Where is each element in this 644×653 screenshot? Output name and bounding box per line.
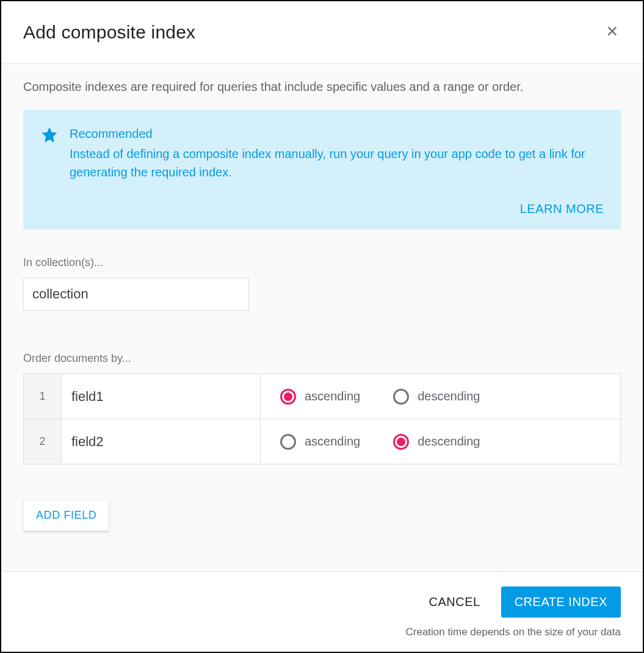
recommended-text: Instead of defining a composite index ma…: [70, 145, 604, 181]
descending-radio[interactable]: descending: [393, 434, 480, 450]
radio-label: ascending: [305, 389, 360, 403]
row-number: 1: [24, 374, 62, 419]
collection-input[interactable]: [23, 278, 249, 311]
dialog-header: Add composite index: [1, 1, 643, 64]
collection-section: In collection(s)...: [23, 256, 621, 311]
star-icon: [40, 126, 59, 146]
recommended-callout: Recommended Instead of defining a compos…: [23, 110, 621, 229]
order-label: Order documents by...: [23, 352, 621, 365]
radio-label: ascending: [305, 435, 360, 449]
radio-label: descending: [418, 389, 480, 403]
ascending-radio[interactable]: ascending: [280, 434, 360, 450]
row-number: 2: [24, 419, 62, 464]
radio-icon: [280, 389, 296, 405]
order-section: Order documents by... 1 ascending: [23, 352, 621, 531]
field-name-input[interactable]: [62, 419, 260, 464]
descending-radio[interactable]: descending: [393, 389, 480, 405]
close-button[interactable]: [604, 24, 621, 41]
add-field-button[interactable]: ADD FIELD: [23, 500, 109, 531]
close-icon: [606, 24, 619, 40]
cancel-button[interactable]: CANCEL: [429, 595, 480, 609]
dialog-body: Composite indexes are required for queri…: [1, 64, 643, 571]
collection-label: In collection(s)...: [23, 256, 621, 269]
add-composite-index-dialog: Add composite index Composite indexes ar…: [0, 0, 644, 653]
create-index-button[interactable]: CREATE INDEX: [501, 586, 621, 618]
learn-more-link[interactable]: LEARN MORE: [520, 202, 604, 216]
radio-icon: [393, 434, 409, 450]
dialog-description: Composite indexes are required for queri…: [23, 80, 621, 94]
radio-icon: [280, 434, 296, 450]
field-name-input[interactable]: [62, 374, 260, 419]
recommended-title: Recommended: [70, 127, 604, 141]
order-fields-table: 1 ascending descending: [23, 373, 621, 464]
radio-label: descending: [418, 435, 480, 449]
footer-note: Creation time depends on the size of you…: [406, 626, 621, 638]
radio-icon: [393, 389, 409, 405]
dialog-footer: CANCEL CREATE INDEX Creation time depend…: [1, 571, 643, 652]
order-row: 1 ascending descending: [24, 374, 621, 419]
ascending-radio[interactable]: ascending: [280, 389, 360, 405]
order-row: 2 ascending descending: [24, 419, 621, 464]
dialog-title: Add composite index: [23, 22, 195, 43]
